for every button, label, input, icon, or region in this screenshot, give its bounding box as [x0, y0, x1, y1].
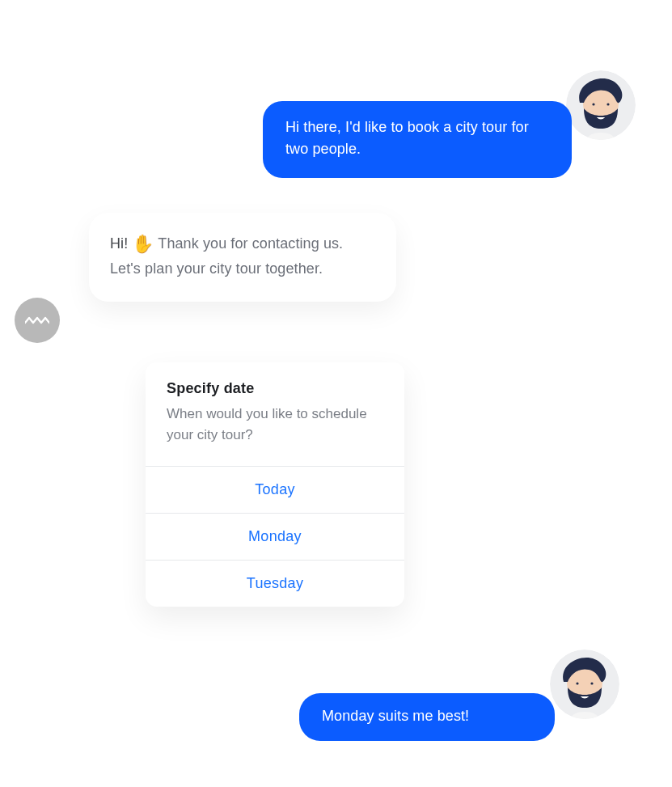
chat-container: Hi there, I'd like to book a city tour f…: [0, 0, 672, 787]
user-message-bubble: Monday suits me best!: [299, 693, 555, 741]
svg-point-3: [606, 103, 609, 105]
date-option-today[interactable]: Today: [146, 466, 404, 513]
date-card-title: Specify date: [167, 380, 383, 397]
svg-point-6: [576, 682, 578, 684]
date-card-header: Specify date When would you like to sche…: [146, 362, 404, 466]
svg-point-2: [592, 103, 594, 105]
user-message-bubble: Hi there, I'd like to book a city tour f…: [263, 101, 572, 178]
bot-message-bubble: Hi! ✋ Thank you for contacting us. Let's…: [89, 213, 396, 302]
bot-hi-prefix: Hi!: [110, 235, 132, 252]
avatar: [15, 298, 60, 343]
bot-zigzag-icon: [25, 315, 49, 325]
date-option-monday[interactable]: Monday: [146, 513, 404, 560]
avatar: [550, 649, 619, 719]
svg-point-7: [590, 682, 593, 684]
date-option-tuesday[interactable]: Tuesday: [146, 560, 404, 607]
user-message-text: Hi there, I'd like to book a city tour f…: [285, 119, 529, 157]
user-message-text: Monday suits me best!: [322, 708, 469, 724]
avatar: [566, 70, 636, 140]
raised-hand-icon: ✋: [132, 234, 154, 254]
date-picker-card: Specify date When would you like to sche…: [146, 362, 404, 607]
date-card-subtitle: When would you like to schedule your cit…: [167, 404, 383, 458]
bot-message-text: Hi! ✋ Thank you for contacting us. Let's…: [110, 235, 343, 277]
